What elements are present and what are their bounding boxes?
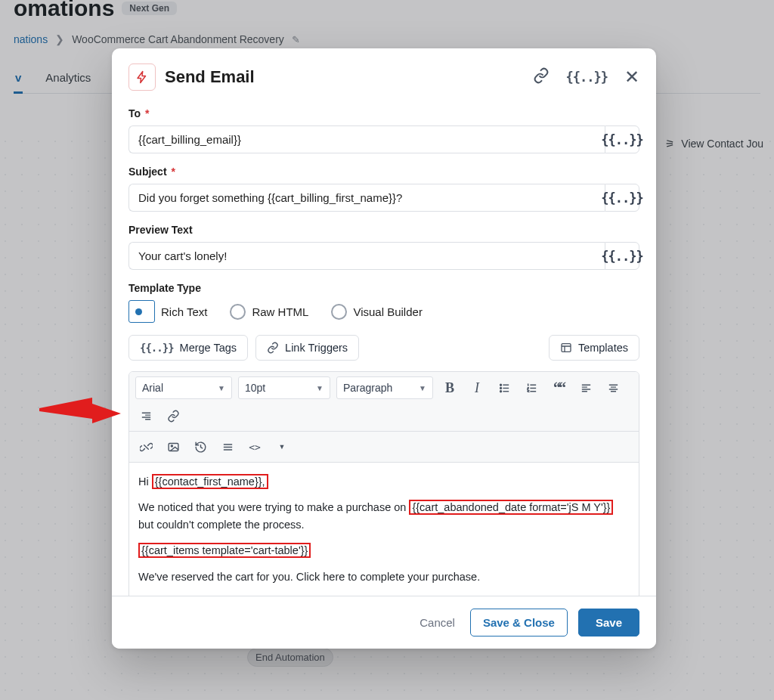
- font-size-select[interactable]: 10pt▼: [238, 376, 330, 399]
- svg-rect-4: [169, 443, 178, 451]
- send-email-modal: Send Email {{..}} ✕ To* {{..}} Subject* …: [112, 48, 656, 649]
- to-label: To: [128, 107, 141, 119]
- subject-merge-tag-button[interactable]: {{..}}: [605, 184, 639, 212]
- link-button[interactable]: [163, 405, 184, 426]
- numbered-list-button[interactable]: [521, 377, 542, 398]
- editor-toolbar: Arial▼ 10pt▼ Paragraph▼ B I ““: [129, 372, 639, 463]
- merge-tag-small-icon: {{..}}: [601, 132, 642, 147]
- preview-merge-tag-button[interactable]: {{..}}: [605, 242, 639, 270]
- merge-tag-icon[interactable]: {{..}}: [566, 70, 608, 85]
- chevron-down-icon: ▼: [419, 384, 426, 392]
- merge-tag-small-icon: {{..}}: [601, 249, 642, 264]
- editor-body[interactable]: Hi {{contact_first_name}}, We noticed th…: [129, 463, 639, 596]
- merge-tag-small-icon: {{..}}: [601, 190, 642, 206]
- svg-point-3: [500, 390, 501, 392]
- templates-icon: [560, 342, 572, 354]
- svg-rect-0: [562, 344, 571, 352]
- svg-point-1: [500, 384, 501, 386]
- block-format-value: Paragraph: [343, 382, 392, 394]
- font-family-select[interactable]: Arial▼: [135, 376, 232, 399]
- merge-tag-contact-first-name: {{contact_first_name}},: [152, 474, 268, 489]
- modal-footer: Cancel Save & Close Save: [112, 596, 656, 649]
- subject-input[interactable]: [128, 184, 605, 212]
- radio-rich-text[interactable]: Rich Text: [128, 300, 207, 323]
- more-formats-button[interactable]: ▼: [271, 436, 293, 457]
- merge-tags-button[interactable]: {{..}} Merge Tags: [128, 335, 248, 361]
- cancel-button[interactable]: Cancel: [415, 610, 460, 635]
- chevron-down-icon: ▼: [316, 384, 324, 392]
- chevron-down-icon: ▼: [218, 384, 225, 392]
- svg-point-2: [500, 387, 501, 389]
- link-triggers-label: Link Triggers: [285, 342, 348, 354]
- radio-unselected-icon: [230, 304, 246, 320]
- bold-button[interactable]: B: [439, 377, 460, 398]
- radio-visual-builder-label: Visual Builder: [353, 305, 422, 318]
- modal-header: Send Email {{..}} ✕: [112, 48, 656, 94]
- preview-input[interactable]: [128, 242, 605, 270]
- align-right-button[interactable]: [135, 405, 156, 426]
- radio-raw-html[interactable]: Raw HTML: [230, 304, 308, 320]
- preview-label: Preview Text: [128, 224, 193, 236]
- font-size-value: 10pt: [245, 382, 265, 394]
- editor-text: We noticed that you were trying to make …: [138, 501, 409, 513]
- bullet-list-button[interactable]: [494, 377, 515, 398]
- rich-text-editor: Arial▼ 10pt▼ Paragraph▼ B I ““: [128, 371, 639, 596]
- italic-button[interactable]: I: [466, 377, 488, 398]
- hr-button[interactable]: [217, 436, 238, 457]
- align-left-button[interactable]: [575, 377, 596, 398]
- font-family-value: Arial: [142, 382, 163, 394]
- align-center-button[interactable]: [602, 377, 624, 398]
- merge-tags-label: Merge Tags: [180, 342, 237, 354]
- templates-label: Templates: [578, 342, 628, 354]
- modal-title: Send Email: [165, 67, 524, 87]
- required-icon: *: [145, 107, 149, 119]
- radio-unselected-icon: [331, 304, 347, 320]
- restore-button[interactable]: [190, 436, 211, 457]
- merge-tag-abandoned-date: {{cart_abandoned_date format='jS M Y'}}: [409, 500, 613, 515]
- merge-tag-cart-items: {{cart_items template='cart-table'}}: [138, 543, 311, 558]
- unlink-button[interactable]: [135, 436, 156, 457]
- link-icon: [267, 342, 279, 354]
- blockquote-button[interactable]: ““: [548, 377, 569, 398]
- merge-tag-small-icon: {{..}}: [140, 342, 174, 354]
- link-triggers-button[interactable]: Link Triggers: [255, 335, 359, 361]
- save-and-close-button[interactable]: Save & Close: [470, 609, 568, 637]
- to-merge-tag-button[interactable]: {{..}}: [605, 125, 639, 153]
- svg-point-5: [171, 445, 172, 447]
- radio-selected-icon: [128, 300, 155, 323]
- link-icon[interactable]: [533, 67, 550, 87]
- save-button[interactable]: Save: [578, 609, 639, 637]
- radio-raw-html-label: Raw HTML: [252, 305, 308, 318]
- template-type-label: Template Type: [128, 282, 201, 294]
- templates-button[interactable]: Templates: [549, 335, 639, 361]
- required-icon: *: [172, 166, 175, 178]
- block-format-select[interactable]: Paragraph▼: [336, 376, 433, 399]
- editor-text: If you have any questions, feel free to …: [138, 594, 630, 596]
- image-button[interactable]: [163, 436, 184, 457]
- bolt-icon: [128, 63, 156, 91]
- close-icon[interactable]: ✕: [624, 68, 639, 86]
- editor-text: We've reserved the cart for you. Click h…: [138, 568, 630, 585]
- to-input[interactable]: [128, 125, 605, 153]
- radio-visual-builder[interactable]: Visual Builder: [331, 304, 422, 320]
- editor-text: but couldn't complete the process.: [138, 519, 305, 531]
- radio-rich-text-label: Rich Text: [161, 305, 207, 318]
- editor-text: Hi: [138, 475, 152, 488]
- subject-label: Subject: [128, 166, 167, 178]
- code-button[interactable]: <>: [244, 436, 265, 457]
